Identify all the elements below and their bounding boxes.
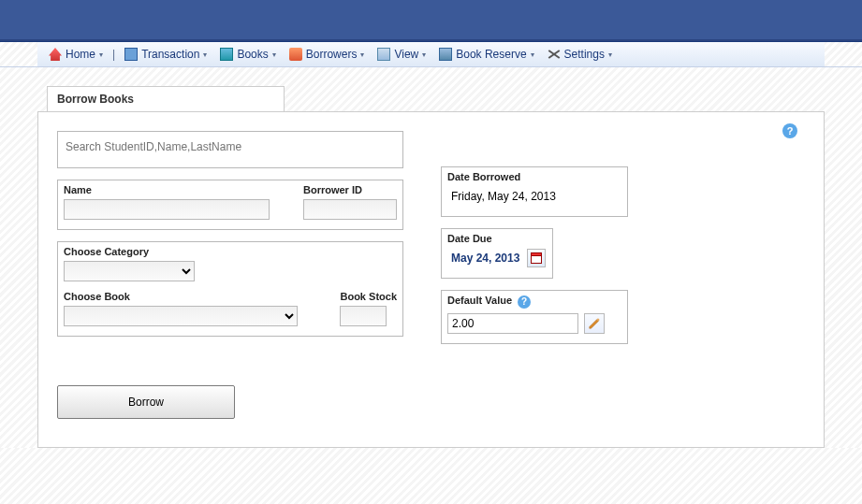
edit-default-value-button[interactable] bbox=[584, 313, 605, 334]
spacer bbox=[441, 131, 628, 166]
date-due-value: May 24, 2013 bbox=[447, 248, 523, 268]
book-group: Choose Category Choose Book bbox=[57, 241, 403, 337]
menu-strip: Home ▾ | Transaction ▾ Books ▾ Borrowers… bbox=[37, 42, 825, 66]
menu-view[interactable]: View ▾ bbox=[372, 46, 431, 63]
borrow-button[interactable]: Borrow bbox=[57, 385, 235, 419]
chevron-down-icon: ▾ bbox=[531, 50, 534, 59]
default-value-label: Default Value bbox=[447, 295, 512, 306]
right-column: Date Borrowed Friday, May 24, 2013 Date … bbox=[441, 131, 628, 419]
default-value-input[interactable] bbox=[447, 313, 578, 334]
page-title: Borrow Books bbox=[47, 86, 285, 112]
page-container: Borrow Books ? Name Borrower ID bbox=[37, 86, 825, 448]
book-stock-input[interactable] bbox=[340, 306, 387, 326]
menu-books-label: Books bbox=[237, 48, 268, 61]
chevron-down-icon: ▾ bbox=[608, 50, 612, 59]
settings-icon bbox=[548, 48, 561, 61]
name-input[interactable] bbox=[64, 199, 270, 220]
menu-strip-wrap: Home ▾ | Transaction ▾ Books ▾ Borrowers… bbox=[0, 41, 862, 67]
borrower-id-label: Borrower ID bbox=[303, 184, 397, 195]
books-icon bbox=[220, 48, 233, 61]
menu-settings-label: Settings bbox=[564, 48, 605, 61]
view-icon bbox=[377, 48, 390, 61]
app-header-bar bbox=[0, 0, 862, 41]
search-group bbox=[57, 131, 403, 168]
menu-home-label: Home bbox=[66, 48, 95, 61]
book-reserve-icon bbox=[439, 48, 452, 61]
date-due-label: Date Due bbox=[447, 233, 547, 244]
transaction-icon bbox=[124, 48, 138, 61]
menu-book-reserve[interactable]: Book Reserve ▾ bbox=[433, 46, 539, 63]
menu-separator: | bbox=[110, 48, 117, 61]
menu-transaction-label: Transaction bbox=[141, 48, 199, 61]
calendar-icon[interactable] bbox=[527, 249, 546, 267]
chevron-down-icon: ▾ bbox=[360, 50, 364, 59]
left-column: Name Borrower ID Choose Category bbox=[57, 131, 403, 419]
date-due-group: Date Due May 24, 2013 bbox=[441, 228, 553, 279]
category-label: Choose Category bbox=[64, 246, 397, 257]
menu-borrowers[interactable]: Borrowers ▾ bbox=[284, 46, 371, 63]
pencil-icon bbox=[588, 317, 601, 330]
home-icon bbox=[49, 48, 62, 61]
default-value-group: Default Value ? bbox=[441, 290, 628, 344]
chevron-down-icon: ▾ bbox=[99, 50, 103, 59]
search-input[interactable] bbox=[64, 136, 397, 158]
category-select[interactable] bbox=[64, 261, 195, 281]
borrower-id-input[interactable] bbox=[303, 199, 397, 220]
menu-home[interactable]: Home ▾ bbox=[43, 46, 109, 63]
menu-book-reserve-label: Book Reserve bbox=[456, 48, 526, 61]
form-columns: Name Borrower ID Choose Category bbox=[57, 131, 805, 419]
help-small-icon[interactable]: ? bbox=[518, 295, 531, 309]
borrowers-icon bbox=[289, 48, 302, 61]
menu-borrowers-label: Borrowers bbox=[306, 48, 358, 61]
date-borrowed-label: Date Borrowed bbox=[447, 171, 621, 182]
book-stock-label: Book Stock bbox=[340, 291, 397, 302]
date-borrowed-value: Friday, May 24, 2013 bbox=[447, 186, 621, 207]
chevron-down-icon: ▾ bbox=[422, 50, 426, 59]
choose-book-label: Choose Book bbox=[64, 291, 329, 302]
menu-settings[interactable]: Settings ▾ bbox=[542, 46, 618, 63]
menu-transaction[interactable]: Transaction ▾ bbox=[119, 46, 212, 63]
book-select[interactable] bbox=[64, 306, 298, 326]
name-label: Name bbox=[64, 184, 292, 195]
chevron-down-icon: ▾ bbox=[203, 50, 207, 59]
chevron-down-icon: ▾ bbox=[272, 50, 276, 59]
borrower-group: Name Borrower ID bbox=[57, 180, 403, 230]
menu-view-label: View bbox=[394, 48, 418, 61]
main-panel: ? Name Borrower ID bbox=[37, 111, 825, 448]
help-icon[interactable]: ? bbox=[782, 123, 797, 138]
date-borrowed-group: Date Borrowed Friday, May 24, 2013 bbox=[441, 166, 628, 217]
menu-books[interactable]: Books ▾ bbox=[214, 46, 281, 63]
